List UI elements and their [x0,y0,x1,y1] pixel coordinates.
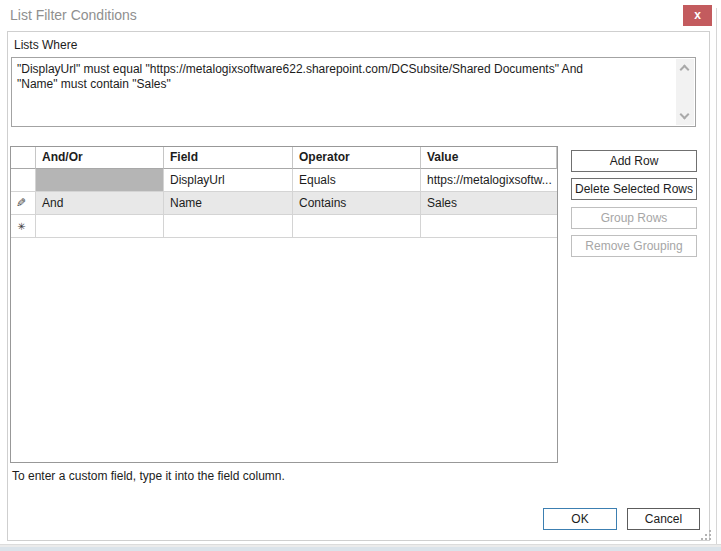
cell-value-row1[interactable]: https://metalogixsoftw... [421,169,557,192]
group-rows-button[interactable]: Group Rows [571,207,697,229]
ok-button[interactable]: OK [543,508,617,530]
delete-selected-rows-button[interactable]: Delete Selected Rows [571,178,697,200]
cell-value-newrow[interactable] [421,215,557,238]
lists-where-label: Lists Where [14,38,77,52]
background-window-edge [716,8,717,551]
row-selector-header [11,147,36,169]
edit-pencil-icon: ✎ [16,196,26,210]
cell-operator-newrow[interactable] [293,215,421,238]
remove-grouping-button[interactable]: Remove Grouping [571,235,697,257]
row-selector-new[interactable]: ✳ [11,215,36,238]
column-header-andor[interactable]: And/Or [36,147,164,169]
cell-field-row2[interactable]: Name [164,192,293,215]
filter-summary-line1: "DisplayUrl" must equal "https://metalog… [17,62,669,77]
scroll-down-icon[interactable] [680,110,690,120]
column-header-value[interactable]: Value [421,147,557,169]
column-header-field[interactable]: Field [164,147,293,169]
grid-header-row: And/Or Field Operator Value [11,147,557,169]
cell-value-row2[interactable]: Sales [421,192,557,215]
resize-grip[interactable] [701,530,713,542]
grid-row-2: ✎ And Name Contains Sales [11,192,557,215]
scroll-up-icon[interactable] [680,65,690,75]
cell-field-row1[interactable]: DisplayUrl [164,169,293,192]
grid-row-new: ✳ [11,215,557,238]
cell-operator-row1[interactable]: Equals [293,169,421,192]
cell-operator-row2[interactable]: Contains [293,192,421,215]
cell-andor-row1[interactable] [36,169,164,192]
custom-field-hint: To enter a custom field, type it into th… [12,469,285,483]
window-title: List Filter Conditions [10,7,137,23]
cell-field-newrow[interactable] [164,215,293,238]
row-selector-2[interactable]: ✎ [11,192,36,215]
cancel-button[interactable]: Cancel [627,508,700,530]
cell-andor-row2[interactable]: And [36,192,164,215]
title-bar[interactable]: List Filter Conditions x [0,0,712,31]
background-strip-blue [0,547,721,551]
new-row-asterisk-icon: ✳ [17,220,25,234]
add-row-button[interactable]: Add Row [571,150,697,172]
filter-summary-textarea[interactable]: "DisplayUrl" must equal "https://metalog… [11,57,696,127]
close-button[interactable]: x [683,5,712,26]
summary-scrollbar[interactable] [676,59,694,125]
row-selector-1[interactable] [11,169,36,192]
filter-summary-line2: "Name" must contain "Sales" [17,77,669,92]
grid-row-1: DisplayUrl Equals https://metalogixsoftw… [11,169,557,192]
close-icon: x [694,8,701,22]
column-header-operator[interactable]: Operator [293,147,421,169]
list-filter-conditions-dialog: List Filter Conditions x Lists Where "Di… [0,0,721,551]
cell-andor-newrow[interactable] [36,215,164,238]
filter-conditions-grid: And/Or Field Operator Value DisplayUrl E… [10,146,558,463]
